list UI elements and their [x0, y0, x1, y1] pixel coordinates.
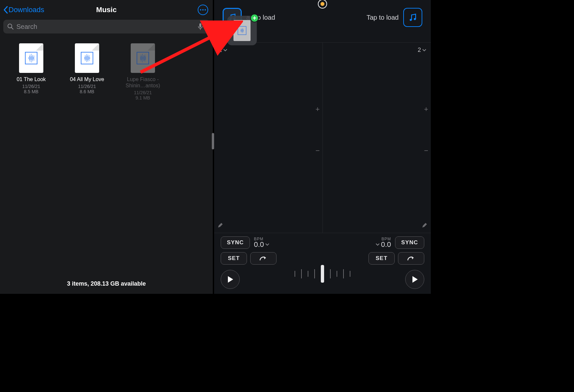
file-date: 11/26/21 — [78, 84, 96, 89]
svg-point-6 — [410, 19, 412, 21]
search-input[interactable]: Search — [3, 20, 210, 33]
deck-b-load-cell: Tap to load — [366, 8, 422, 27]
back-label: Downloads — [9, 6, 44, 14]
deck-b-jump-button[interactable] — [398, 252, 424, 265]
dj-panel: + ap to load Tap to load 1 + − — [213, 0, 431, 294]
folder-title: Music — [96, 6, 117, 14]
add-cue-button[interactable]: + — [316, 105, 320, 114]
deck-a-load-button[interactable]: + — [223, 8, 242, 27]
crossfader-tick — [337, 271, 337, 277]
pencil-icon — [422, 222, 428, 228]
deck-b-edit-button[interactable] — [422, 222, 428, 229]
file-size: 8.6 MB — [80, 89, 94, 94]
chevron-down-icon — [422, 49, 426, 52]
decks-row: 1 + − 2 + − — [214, 43, 431, 233]
file-item-dragging[interactable]: Lupe Fiasco - Shinin…antos) 11/26/21 9.1… — [118, 43, 167, 100]
audio-file-icon — [131, 43, 155, 73]
chevron-down-icon — [376, 243, 380, 246]
svg-line-1 — [11, 28, 13, 29]
remove-cue-button[interactable]: − — [424, 146, 428, 155]
search-icon — [7, 23, 14, 30]
search-row: Search — [0, 20, 213, 37]
drag-preview: + — [227, 16, 257, 45]
jump-forward-icon — [259, 256, 267, 261]
svg-point-0 — [8, 24, 12, 28]
file-grid: 01 The Look 11/26/21 8.5 MB 04 All My Lo… — [0, 37, 213, 274]
microphone-icon[interactable] — [198, 23, 203, 30]
controls-row: SYNC BPM 0.0 SET SYNC BPM — [214, 233, 431, 294]
svg-point-7 — [414, 18, 416, 20]
back-button[interactable]: Downloads — [3, 6, 44, 14]
deck-a-jump-button[interactable] — [250, 252, 276, 265]
deck-b-load-label: Tap to load — [366, 14, 399, 21]
deck-a-bpm-value: 0.0 — [254, 241, 264, 248]
deck-a-edit-button[interactable] — [217, 222, 223, 229]
audio-file-icon — [233, 20, 251, 41]
crossfader-tick — [308, 271, 308, 277]
crossfader-tick — [343, 269, 344, 278]
pencil-icon — [217, 222, 223, 228]
jump-forward-icon — [407, 256, 415, 261]
more-button[interactable] — [198, 5, 208, 15]
chevron-down-icon — [265, 243, 269, 246]
file-name: 01 The Look — [17, 76, 46, 82]
deck-b-set-button[interactable]: SET — [368, 252, 395, 265]
crossfader-tick — [314, 269, 315, 278]
crossfader-knob[interactable] — [321, 265, 324, 283]
file-item[interactable]: 01 The Look 11/26/21 8.5 MB — [7, 43, 56, 100]
deck-b-bpm-value: 0.0 — [381, 241, 391, 248]
file-size: 9.1 MB — [136, 95, 150, 100]
audio-file-icon — [19, 43, 43, 73]
deck-a-waveform[interactable]: 1 + − — [214, 43, 322, 233]
crossfader[interactable] — [295, 265, 350, 283]
deck-a-set-button[interactable]: SET — [221, 252, 247, 265]
deck-b-load-button[interactable] — [403, 8, 422, 27]
deck-a-selector[interactable]: 1 — [219, 47, 318, 54]
deck-b-sync-button[interactable]: SYNC — [395, 236, 424, 249]
play-icon — [411, 276, 418, 283]
folder-footer: 3 items, 208.13 GB available — [0, 274, 213, 294]
add-cue-button[interactable]: + — [424, 105, 428, 114]
chevron-down-icon — [223, 49, 227, 52]
file-date: 11/26/21 — [134, 90, 152, 95]
play-icon — [227, 276, 233, 283]
deck-a-number: 1 — [219, 47, 222, 54]
plus-badge-icon: + — [250, 14, 259, 22]
file-size: 8.5 MB — [24, 89, 38, 94]
deck-a-load-cell: + ap to load — [223, 8, 275, 27]
deck-b-waveform[interactable]: 2 + − — [322, 43, 431, 233]
files-panel: Downloads Music Search 01 The Look 11/26… — [0, 0, 213, 294]
search-placeholder: Search — [16, 23, 198, 31]
file-date: 11/26/21 — [22, 84, 40, 89]
deck-b-selector[interactable]: 2 — [327, 47, 427, 54]
deck-a-cue-buttons: + − — [316, 105, 320, 155]
remove-cue-button[interactable]: − — [316, 146, 320, 155]
crossfader-tick — [301, 269, 302, 278]
crossfader-tick — [330, 269, 331, 278]
split-view-handle[interactable] — [212, 133, 214, 149]
deck-a-bpm[interactable]: BPM 0.0 — [254, 237, 269, 248]
deck-b-cue-buttons: + − — [424, 105, 428, 155]
ellipsis-icon — [200, 9, 206, 11]
audio-file-icon — [75, 43, 99, 73]
deck-b-controls: SYNC BPM 0.0 SET — [365, 236, 424, 289]
deck-b-number: 2 — [418, 47, 421, 54]
nav-bar: Downloads Music — [0, 0, 213, 20]
deck-b-bpm[interactable]: BPM 0.0 — [376, 237, 391, 248]
file-name: Lupe Fiasco - Shinin…antos) — [118, 76, 167, 89]
deck-b-play-button[interactable] — [405, 270, 424, 289]
music-note-icon — [408, 12, 418, 22]
file-name: 04 All My Love — [70, 76, 104, 82]
deck-a-controls: SYNC BPM 0.0 SET — [221, 236, 280, 289]
file-item[interactable]: 04 All My Love 11/26/21 8.6 MB — [62, 43, 112, 100]
deck-a-play-button[interactable] — [221, 270, 240, 289]
crossfader-tick — [295, 271, 295, 277]
crossfader-tick — [350, 271, 350, 277]
chevron-left-icon — [3, 6, 8, 14]
deck-a-sync-button[interactable]: SYNC — [221, 236, 250, 249]
svg-rect-2 — [199, 23, 201, 27]
